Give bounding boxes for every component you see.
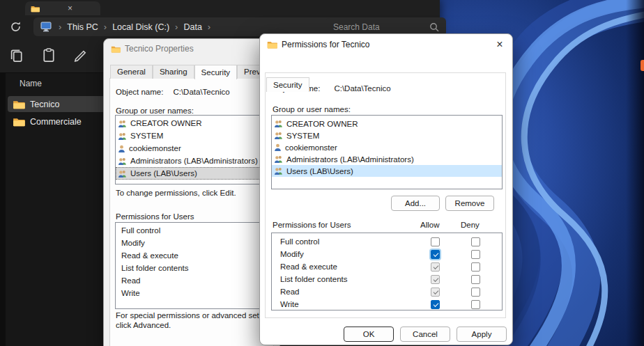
permission-row-full-control[interactable]: Full control [116,225,272,237]
column-header-name[interactable]: Name [20,79,42,88]
user-icon [118,145,125,152]
allow-checkbox-write[interactable] [431,300,440,309]
permission-label: Full control [280,237,319,246]
permission-row-read-execute[interactable]: Read & execute [116,250,272,262]
file-list-pane: Name Tecnico Commerciale [6,73,103,346]
group-icon [274,120,283,127]
user-name: cookiemonster [129,144,181,152]
folder-icon [13,117,25,127]
properties-dialog: Tecnico Properties General Sharing Secur… [103,38,280,346]
breadcrumb-local-disk-c[interactable]: Local Disk (C:) [112,22,169,32]
add-button[interactable]: Add... [391,196,440,211]
breadcrumb-chevron-icon: › [169,22,183,32]
tab-folder-icon [31,5,40,13]
group-user-list: CREATOR OWNER SYSTEM cookiemonster Admin… [271,115,503,189]
list-item-users-selected[interactable]: Users (LAB\Users) [116,167,272,180]
rename-icon[interactable] [73,47,89,63]
dialog-title: Permissions for Tecnico [282,40,370,49]
permission-row-modify: Modify [272,249,502,261]
desktop: × › This PC › Local Disk (C:) › Data › S… [0,0,644,346]
file-row-tecnico[interactable]: Tecnico [8,96,117,112]
this-pc-icon [40,22,52,32]
permission-row-write[interactable]: Write [116,288,272,300]
permission-row-modify[interactable]: Modify [116,237,272,250]
permission-row-list-folder-contents[interactable]: List folder contents [116,262,272,275]
deny-checkbox-read[interactable] [471,288,480,297]
tab-close-icon[interactable]: × [68,4,72,13]
permissions-dialog-titlebar[interactable]: Permissions for Tecnico × [260,34,512,55]
list-item-cookiemonster[interactable]: cookiemonster [116,142,272,155]
search-placeholder: Search Data [333,22,380,32]
apply-button[interactable]: Apply [457,327,507,342]
breadcrumb-chevron-icon: › [98,22,112,32]
tab-general[interactable]: General [110,65,153,79]
user-name: SYSTEM [130,132,163,140]
group-icon [118,120,127,127]
explorer-tab[interactable]: × [25,1,100,15]
deny-checkbox-modify[interactable] [471,250,480,259]
folder-icon [13,100,25,109]
list-item-creator-owner[interactable]: CREATOR OWNER [116,117,272,129]
permission-row-read[interactable]: Read [116,275,272,288]
breadcrumb-chevron-icon: › [202,22,216,32]
file-row-commerciale[interactable]: Commerciale [8,113,117,129]
permissions-list: Full control Modify Read & execute List … [115,222,273,309]
group-icon [274,155,283,163]
tab-security[interactable]: Security [266,77,309,92]
security-tab-page: Object name: C:\Data\Tecnico Group or us… [265,72,506,318]
ok-button[interactable]: OK [344,327,394,342]
window-left-edge [0,73,6,346]
permissions-for-users-label: Permissions for Users [273,221,351,229]
permission-label: Read & execute [280,262,337,271]
object-name-value: C:\Data\Tecnico [334,84,390,93]
group-icon [274,167,283,175]
search-icon[interactable] [429,22,439,32]
tab-security[interactable]: Security [194,65,238,79]
permission-row-list-folder-contents: List folder contents [272,274,502,286]
explorer-tab-bar: × [0,0,440,15]
security-tab-page: Object name: C:\Data\Tecnico Group or us… [109,78,274,346]
permission-row-write: Write [272,299,502,310]
paste-icon[interactable] [41,47,56,63]
group-icon [118,170,127,178]
allow-checkbox-list-folder-contents[interactable] [431,275,440,284]
permission-row-read-execute: Read & execute [272,261,502,274]
list-item-system[interactable]: SYSTEM [116,129,272,142]
cancel-button[interactable]: Cancel [400,327,450,342]
deny-checkbox-write[interactable] [471,300,480,309]
breadcrumb-chevron-icon: › [53,22,67,32]
list-item-creator-owner[interactable]: CREATOR OWNER [272,118,502,129]
close-icon[interactable]: × [487,35,512,55]
properties-dialog-titlebar[interactable]: Tecnico Properties [104,39,279,58]
list-item-administrators[interactable]: Administrators (LAB\Administrators) [116,155,272,167]
allow-checkbox-full-control[interactable] [431,237,440,246]
user-name: cookiemonster [285,143,337,152]
copy-icon[interactable] [9,47,24,63]
breadcrumb-data[interactable]: Data [183,22,201,32]
permission-label: Write [280,300,299,308]
group-or-user-names-label: Group or user names: [273,105,351,113]
list-item-cookiemonster[interactable]: cookiemonster [272,141,502,153]
permission-row-read: Read [272,286,502,299]
breadcrumb-this-pc[interactable]: This PC [67,22,98,32]
group-or-user-names-label: Group or user names: [116,107,194,115]
allow-checkbox-read-execute[interactable] [431,262,440,272]
deny-checkbox-list-folder-contents[interactable] [471,275,480,284]
permission-row-full-control: Full control [272,236,502,249]
folder-icon [111,45,121,53]
refresh-icon[interactable] [10,21,22,33]
user-name: CREATOR OWNER [286,120,358,128]
list-item-users-selected[interactable]: Users (LAB\Users) [272,165,502,177]
user-name: CREATOR OWNER [130,119,201,127]
list-item-system[interactable]: SYSTEM [272,129,502,141]
allow-checkbox-read[interactable] [431,288,440,297]
remove-button[interactable]: Remove [445,196,494,211]
permission-label: List folder contents [280,275,348,283]
permission-label: Modify [280,250,304,258]
deny-column-header: Deny [461,221,480,229]
allow-checkbox-modify[interactable] [431,250,440,259]
deny-checkbox-full-control[interactable] [471,237,480,246]
tab-sharing[interactable]: Sharing [153,65,194,79]
list-item-administrators[interactable]: Administrators (LAB\Administrators) [272,153,502,165]
deny-checkbox-read-execute[interactable] [471,262,480,272]
